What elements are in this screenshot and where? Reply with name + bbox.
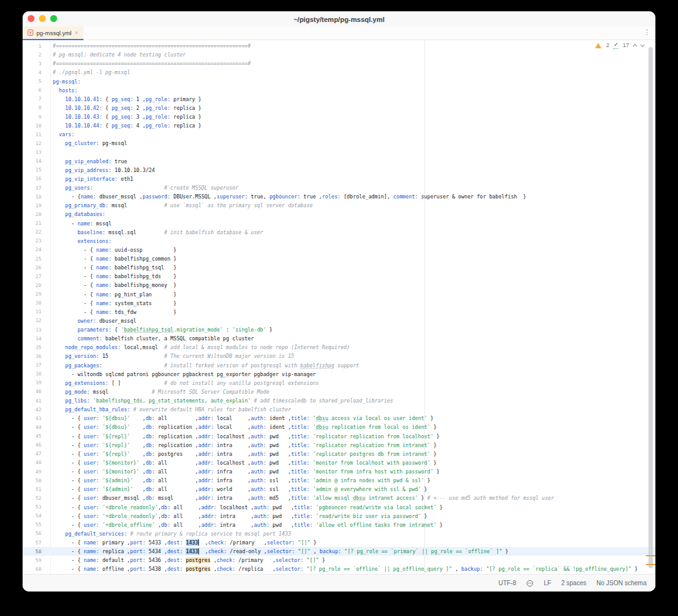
line-number[interactable]: 56 (23, 531, 41, 536)
line-number[interactable]: 39 (23, 380, 41, 386)
code-line[interactable]: 13 (23, 148, 655, 157)
code-line[interactable]: 10 10.10.10.44: { pg_seq: 4 ,pg_role: re… (23, 121, 655, 130)
line-number[interactable]: 19 (23, 203, 41, 208)
code-line[interactable]: 34 comment: babelfish cluster, a MSSQL c… (23, 334, 655, 343)
code-line[interactable]: 35 node_repo_modules: local,mssql # add … (23, 343, 655, 352)
warning-stripe-mark[interactable] (646, 564, 655, 565)
code-line[interactable]: 27 - { name: babelfishpg_tds } (23, 272, 655, 281)
code-line[interactable]: 20 pg_databases: (23, 210, 655, 219)
code-line[interactable]: 59 - { name: default ,port: 5436 ,dest: … (23, 556, 655, 565)
line-number[interactable]: 55 (23, 522, 41, 527)
line-number[interactable]: 46 (23, 442, 41, 448)
code-line[interactable]: 41 pg_libs: 'babelfishpg_tds, pg_stat_st… (23, 396, 655, 405)
line-number[interactable]: 1 (23, 43, 41, 49)
code-line[interactable]: 45 - { user: '${repl}' ,db: replication … (23, 432, 655, 441)
code-line[interactable]: 50 - { user: '${admin}' ,db: all ,addr: … (23, 476, 655, 485)
tab-overflow-menu-icon[interactable]: ⋮ (643, 28, 650, 36)
code-line[interactable]: 57 - { name: primary ,port: 5433 ,dest: … (23, 538, 655, 547)
code-line[interactable]: 52 - { user: dbuser_mssql ,db: mssql ,ad… (23, 494, 655, 502)
line-number[interactable]: 49 (23, 469, 41, 475)
line-number[interactable]: 32 (23, 318, 41, 323)
line-number[interactable]: 20 (23, 212, 41, 217)
line-number[interactable]: 40 (23, 389, 41, 394)
code-line[interactable]: 39 pg_extensions: [ ] # do not install a… (23, 379, 655, 387)
line-number[interactable]: 24 (23, 247, 41, 252)
code-line[interactable]: 29 - { name: pg_hint_plan } (23, 290, 655, 299)
line-number[interactable]: 3 (23, 61, 41, 67)
line-number[interactable]: 23 (23, 238, 41, 244)
line-number[interactable]: 38 (23, 371, 41, 377)
code-line[interactable]: 15 pg_vip_address: 10.10.10.3/24 (23, 166, 655, 175)
code-line[interactable]: 21 - name: mssql (23, 219, 655, 228)
code-line[interactable]: 37 pg_packages: # install forked version… (23, 361, 655, 370)
previous-issue-button[interactable] (633, 44, 637, 48)
line-number[interactable]: 45 (23, 433, 41, 439)
line-number[interactable]: 28 (23, 283, 41, 288)
code-line[interactable]: 40 pg_mode: mssql # Microsoft SQL Server… (23, 387, 655, 396)
line-number[interactable]: 42 (23, 407, 41, 413)
line-number[interactable]: 47 (23, 451, 41, 457)
code-line[interactable]: 56 pg_default_services: # route primary … (23, 529, 655, 538)
code-line[interactable]: 55 - { user: '+dbrole_offline' ,db: all … (23, 521, 655, 529)
line-number[interactable]: 11 (23, 132, 41, 138)
code-line[interactable]: 53 - { user: '+dbrole_readonly',db: all … (23, 503, 655, 512)
code-line[interactable]: 9 10.10.10.43: { pg_seq: 3 ,pg_role: rep… (23, 112, 655, 121)
line-number[interactable]: 18 (23, 194, 41, 200)
code-line[interactable]: 17 pg_users: # create MSSQL superuser (23, 183, 655, 192)
code-line[interactable]: 1#======================================… (23, 41, 655, 50)
code-line[interactable]: 6 hosts: (23, 86, 655, 95)
encoding-indicator[interactable]: UTF-8 (498, 580, 516, 586)
line-number[interactable]: 15 (23, 167, 41, 173)
line-number[interactable]: 21 (23, 220, 41, 226)
copilot-icon[interactable] (526, 580, 534, 587)
line-number[interactable]: 60 (23, 566, 41, 572)
line-number[interactable]: 5 (23, 78, 41, 84)
code-line[interactable]: 58 - { name: replica ,port: 5434 ,dest: … (23, 547, 655, 556)
code-line[interactable]: 46 - { user: '${repl}' ,db: replication … (23, 441, 655, 450)
line-number[interactable]: 44 (23, 424, 41, 430)
line-number[interactable]: 58 (23, 549, 41, 554)
code-line[interactable]: 16 pg_vip_interface: eth1 (23, 175, 655, 183)
line-ending-indicator[interactable]: LF (544, 580, 551, 586)
line-number[interactable]: 57 (23, 540, 41, 546)
indent-indicator[interactable]: 2 spaces (561, 580, 586, 586)
code-line[interactable]: 43 - { user: '${dbsu}' ,db: all ,addr: l… (23, 414, 655, 423)
code-line[interactable]: 49 - { user: '${monitor}' ,db: all ,addr… (23, 467, 655, 476)
line-number[interactable]: 53 (23, 504, 41, 510)
code-line[interactable]: 48 - { user: '${monitor}' ,db: all ,addr… (23, 458, 655, 467)
code-line[interactable]: 22 baseline: mssql.sql # init babelfish … (23, 228, 655, 237)
line-number[interactable]: 43 (23, 416, 41, 421)
editor-pane[interactable]: 2 ✓ 17 1#===============================… (23, 40, 655, 574)
code-line[interactable]: 31 - { name: tds_fdw } (23, 308, 655, 316)
code-line[interactable]: 44 - { user: '${dbsu}' ,db: replication … (23, 423, 655, 431)
line-number[interactable]: 29 (23, 291, 41, 297)
code-line[interactable]: 51 - { user: '${admin}' ,db: all ,addr: … (23, 485, 655, 494)
code-line[interactable]: 18 - {name: dbuser_mssql ,password: DBUs… (23, 192, 655, 201)
line-number[interactable]: 41 (23, 398, 41, 404)
code-line[interactable]: 25 - { name: babelfishpg_common } (23, 254, 655, 263)
line-number[interactable]: 6 (23, 87, 41, 93)
tab-pg-mssql[interactable]: Y pg-mssql.yml × (23, 26, 83, 40)
line-number[interactable]: 27 (23, 274, 41, 279)
code-line[interactable]: 2# pg-mssql: dedicate 4 node testing clu… (23, 50, 655, 59)
json-schema-indicator[interactable]: No JSON schema (596, 580, 647, 586)
code-line[interactable]: 28 - { name: babelfishpg_money } (23, 281, 655, 289)
scrollbar-thumb[interactable] (648, 47, 653, 568)
code-line[interactable]: 38 - wiltondb sqlcmd patroni pgbouncer p… (23, 370, 655, 379)
code-line[interactable]: 30 - { name: system_stats } (23, 299, 655, 308)
line-number[interactable]: 31 (23, 309, 41, 315)
line-number[interactable]: 2 (23, 52, 41, 58)
line-number[interactable]: 4 (23, 70, 41, 75)
line-number[interactable]: 35 (23, 345, 41, 350)
code-line[interactable]: 3#======================================… (23, 59, 655, 68)
line-number[interactable]: 52 (23, 495, 41, 501)
line-number[interactable]: 26 (23, 265, 41, 271)
line-number[interactable]: 51 (23, 487, 41, 492)
code-line[interactable]: 7 10.10.10.41: { pg_seq: 1 ,pg_role: pri… (23, 95, 655, 104)
line-number[interactable]: 10 (23, 123, 41, 129)
code-line[interactable]: 14 pg_vip_enabled: true (23, 157, 655, 166)
code-line[interactable]: 36 pg_version: 15 # The current WiltonDB… (23, 352, 655, 360)
line-number[interactable]: 33 (23, 327, 41, 333)
line-number[interactable]: 17 (23, 185, 41, 191)
code-line[interactable]: 5pg-mssql: (23, 77, 655, 86)
